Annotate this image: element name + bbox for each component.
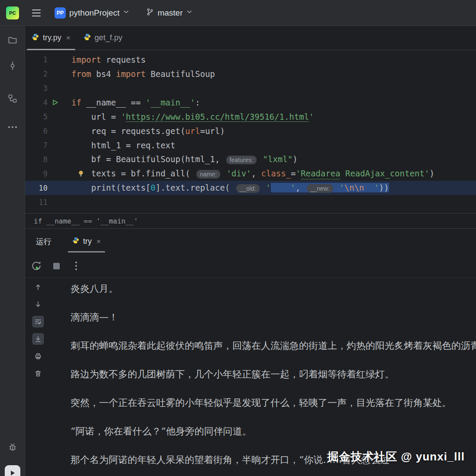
code-token: url = — [71, 112, 121, 121]
print-icon[interactable] — [32, 351, 44, 362]
arrow-up-icon[interactable] — [32, 281, 44, 293]
code-line[interactable]: 8 bf = BeautifulSoup(html_1, features: "… — [25, 152, 476, 166]
arrow-down-icon[interactable] — [32, 299, 44, 310]
more-options-icon[interactable] — [71, 260, 82, 272]
scroll-to-end-icon[interactable] — [32, 333, 44, 345]
intention-bulb-icon[interactable] — [78, 170, 84, 177]
line-number[interactable]: 7 — [25, 141, 48, 150]
code-token — [334, 183, 339, 192]
run-tab-label: try — [83, 237, 92, 246]
code-line[interactable]: 10 print(texts[0].text.replace( __old: '… — [25, 181, 476, 195]
console-line: 路边为数不多的几团树荫下，几个小年轻正簇在一起，叼着烟等待着红绿灯。 — [71, 368, 476, 381]
inlay-hint: __new: — [307, 184, 333, 193]
project-folder-icon[interactable] — [7, 35, 18, 45]
selection-highlight: ' — [339, 183, 344, 192]
code-text: print(texts[0].text.replace( __old: ' ',… — [71, 183, 389, 193]
tab-label: get_f.py — [95, 33, 122, 42]
breadcrumb[interactable]: if __name__ == '__main__' — [34, 217, 138, 225]
pycharm-logo-text: PC — [9, 10, 16, 16]
code-token: bf = BeautifulSoup(html_1, — [71, 154, 225, 164]
code-line[interactable]: 9 texts = bf.find_all( name: 'div', clas… — [25, 166, 476, 181]
tab-try-py[interactable]: try.py × — [25, 26, 77, 50]
code-token: ReadAjax_content' — [341, 169, 430, 178]
code-token: BeautifulSoup — [146, 69, 215, 79]
line-number[interactable]: 1 — [25, 55, 48, 64]
line-number[interactable]: 3 — [25, 84, 48, 93]
code-token: import — [116, 69, 146, 79]
line-number[interactable]: 10 — [25, 184, 48, 192]
code-line[interactable]: 4if __name__ == '__main__': — [25, 95, 476, 109]
line-number[interactable]: 4 — [25, 98, 48, 107]
main-area: try.py × get_f.py 1import requests2from … — [25, 26, 476, 476]
console-output[interactable]: 炎炎八月。滴滴滴—！刺耳的蝉鸣混杂着此起彼伏的鸣笛声，回荡在人流湍急的街道上，灼… — [51, 278, 476, 476]
code-token: , — [296, 183, 306, 192]
vcs-widget[interactable]: master — [142, 5, 197, 20]
code-line[interactable]: 1import requests — [25, 52, 476, 67]
stop-button[interactable] — [51, 260, 62, 272]
console-line: 突然，一个正在吞云吐雾的小年轻似乎是发现了什么，轻咦了一声，目光落在了街角某处。 — [71, 396, 476, 409]
selection-highlight — [334, 183, 339, 192]
line-number[interactable]: 9 — [25, 169, 48, 178]
code-token: ' — [374, 183, 379, 192]
run-tool-window-title: 运行 — [36, 236, 51, 247]
structure-icon[interactable] — [7, 93, 18, 104]
project-widget[interactable]: PP pythonProject — [50, 5, 134, 21]
code-line[interactable]: 11 — [25, 195, 476, 209]
selection-highlight: , — [296, 183, 306, 192]
breadcrumb-bar: if __name__ == '__main__' — [25, 213, 476, 229]
line-number[interactable]: 6 — [25, 127, 48, 135]
code-line[interactable]: 3 — [25, 81, 476, 95]
line-number[interactable]: 5 — [25, 112, 48, 121]
code-token: , — [251, 169, 261, 178]
code-token: "lxml" — [263, 154, 293, 164]
run-tool-window-button[interactable] — [5, 465, 20, 476]
code-token: ' — [296, 169, 301, 178]
close-tab-icon[interactable]: × — [96, 237, 101, 246]
selection-highlight — [364, 183, 374, 192]
pycharm-logo-icon: PC — [6, 6, 19, 19]
code-token — [261, 183, 266, 192]
code-text: url = 'https://www.bi05.cc/html/39516/1.… — [71, 112, 314, 121]
main-toolbar: PC PP pythonProject master — [0, 0, 476, 26]
code-token — [258, 154, 263, 164]
code-line[interactable]: 7 html_1 = req.text — [25, 138, 476, 152]
code-token: if — [71, 98, 81, 107]
tab-get-f-py[interactable]: get_f.py — [77, 26, 129, 50]
tool-window-stripe — [0, 26, 25, 476]
code-area[interactable]: 1import requests2from bs4 import Beautif… — [25, 50, 476, 213]
close-tab-icon[interactable]: × — [66, 34, 71, 42]
code-text: html_1 = req.text — [71, 141, 175, 150]
hamburger-menu-icon[interactable] — [32, 10, 41, 16]
console-line: 刺耳的蝉鸣混杂着此起彼伏的鸣笛声，回荡在人流湍急的街道上，灼热的阳光炙烤着灰褐色… — [71, 339, 476, 352]
inlay-hint: __old: — [236, 184, 260, 193]
commit-icon[interactable] — [7, 61, 18, 71]
code-token: =url) — [200, 126, 225, 136]
code-token: class_ — [261, 169, 291, 178]
tab-label: try.py — [43, 33, 61, 42]
chevron-down-icon — [123, 9, 129, 17]
more-tool-windows-icon[interactable] — [7, 122, 18, 132]
console-toolbar — [25, 278, 51, 476]
run-toolbar — [25, 254, 476, 278]
line-number[interactable]: 11 — [25, 198, 48, 207]
bug-icon[interactable] — [7, 442, 18, 452]
code-token: 0 — [151, 183, 155, 192]
run-tab-try[interactable]: try × — [67, 229, 106, 254]
code-token: )) — [379, 183, 389, 192]
soft-wrap-icon[interactable] — [32, 316, 44, 327]
line-number[interactable]: 8 — [25, 155, 48, 164]
rerun-button[interactable] — [31, 260, 42, 272]
code-token: bs4 — [91, 69, 116, 79]
trash-icon[interactable] — [32, 368, 44, 379]
run-console: 炎炎八月。滴滴滴—！刺耳的蝉鸣混杂着此起彼伏的鸣笛声，回荡在人流湍急的街道上，灼… — [25, 278, 476, 476]
selection-highlight: ' — [290, 183, 295, 192]
line-number[interactable]: 2 — [25, 70, 48, 78]
project-badge: PP — [55, 7, 66, 19]
chevron-down-icon — [186, 9, 193, 17]
code-line[interactable]: 5 url = 'https://www.bi05.cc/html/39516/… — [25, 109, 476, 124]
run-gutter-icon[interactable] — [52, 99, 58, 105]
console-line: “阿诺，你在看什么？”他身旁的同伴问道。 — [71, 425, 476, 438]
code-line[interactable]: 6 req = requests.get(url=url) — [25, 124, 476, 138]
code-line[interactable]: 2from bs4 import BeautifulSoup — [25, 67, 476, 81]
inlay-hint: features: — [226, 156, 257, 164]
